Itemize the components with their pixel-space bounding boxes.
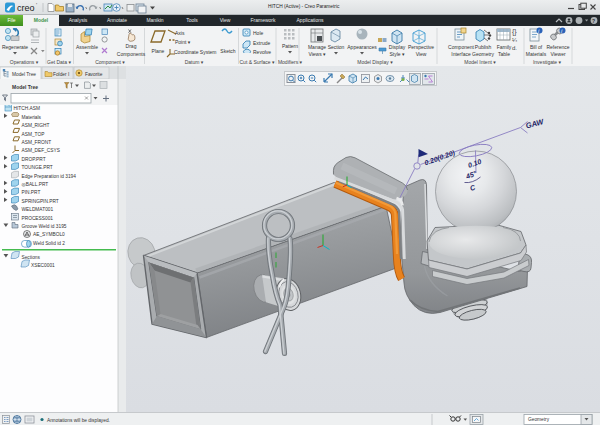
svg-text:Bill of: Bill of [530,44,543,50]
svg-text:Modifiers ▾: Modifiers ▾ [278,59,303,65]
svg-text:Materials: Materials [526,51,547,57]
svg-text:Folder I: Folder I [53,72,69,77]
svg-text:Datum ▾: Datum ▾ [185,59,204,65]
svg-text:ASM_TOP: ASM_TOP [22,132,45,137]
svg-text:Operations ▾: Operations ▾ [10,59,39,65]
svg-text:Axis: Axis [175,30,185,36]
svg-text:Investigate ▾: Investigate ▾ [533,59,562,65]
svg-text:Model Tree: Model Tree [12,84,38,90]
svg-text:PROCESS001: PROCESS001 [22,216,54,221]
svg-text:Sketch: Sketch [220,48,236,54]
svg-text:Regenerate: Regenerate [2,44,28,50]
svg-text:◎BALL.PRT: ◎BALL.PRT [22,182,49,187]
svg-text:Materials: Materials [22,115,42,120]
svg-text:Family: Family [497,44,512,50]
svg-text:Cut & Surface ▾: Cut & Surface ▾ [239,59,275,65]
svg-text:Revolve: Revolve [253,49,271,55]
svg-text:Components: Components [117,51,146,57]
svg-text:Style ▾: Style ▾ [389,51,405,57]
svg-text:TOUNGE.PRT: TOUNGE.PRT [22,165,53,170]
svg-text:Pattern: Pattern [282,43,298,49]
svg-text:XSEC0001: XSEC0001 [31,263,55,268]
svg-text:?: ? [592,18,595,24]
svg-text:Geometry: Geometry [528,417,550,422]
svg-text:': ' [36,2,37,8]
svg-text:Section: Section [328,44,345,50]
svg-text:d.: d. [512,45,517,51]
svg-text:ASM_RIGHT: ASM_RIGHT [22,123,50,128]
svg-text:HITCH.ASM: HITCH.ASM [14,106,40,111]
svg-text:Model Tree: Model Tree [12,72,36,77]
svg-text:Assemble: Assemble [76,44,98,50]
svg-text:Manage: Manage [308,44,326,50]
svg-text:Views ▾: Views ▾ [308,51,326,57]
svg-text:Interface: Interface [451,51,471,57]
svg-text:Publish: Publish [475,44,492,50]
svg-text:Model Display ▾: Model Display ▾ [357,59,393,65]
svg-text:WELDMAT001: WELDMAT001 [22,207,54,212]
svg-text:Get Data ▾: Get Data ▾ [47,59,71,65]
svg-text:Edge Preparation id 3194: Edge Preparation id 3194 [22,174,77,179]
svg-text:PIN.PRT: PIN.PRT [22,190,41,195]
svg-text:Drag: Drag [126,43,137,49]
svg-text:Viewer: Viewer [550,51,566,57]
svg-text:Display: Display [389,44,406,50]
svg-text:Favorite: Favorite [85,72,103,77]
svg-text:AE_SYMBOL0: AE_SYMBOL0 [33,232,65,237]
svg-text:Table: Table [498,51,510,57]
svg-text:Point ▾: Point ▾ [175,39,191,45]
svg-text:¼: ¼ [512,37,518,43]
svg-text:Weld Solid id 2: Weld Solid id 2 [33,241,65,246]
svg-text:SPRINGPIN.PRT: SPRINGPIN.PRT [22,199,59,204]
svg-text:Model Intent ▾: Model Intent ▾ [464,59,496,65]
svg-text:DROP.PRT: DROP.PRT [22,157,46,162]
svg-text:Annotations will be displayed.: Annotations will be displayed. [47,418,110,423]
svg-text:ASM_FRONT: ASM_FRONT [22,140,52,145]
svg-text:Groove Weld id 3195: Groove Weld id 3195 [22,224,67,229]
svg-text:Component ▾: Component ▾ [95,59,125,65]
svg-text:Sections: Sections [22,255,41,260]
svg-text:Reference: Reference [546,44,569,50]
svg-text:Hole: Hole [253,30,264,36]
svg-text:View: View [416,51,427,57]
svg-text:Perspective: Perspective [408,44,434,50]
svg-text:Coordinate System: Coordinate System [174,49,217,55]
svg-text:creo: creo [17,3,35,13]
svg-text:Appearances: Appearances [347,44,377,50]
svg-text:Plane: Plane [152,48,165,54]
svg-text:Component: Component [448,44,474,50]
svg-text:Geometry: Geometry [472,51,494,57]
svg-text:GAW: GAW [525,117,546,131]
svg-text:{}: {} [512,28,517,36]
svg-text:Extrude: Extrude [253,40,270,46]
svg-text:ASM_DEF_CSYS: ASM_DEF_CSYS [22,148,60,153]
